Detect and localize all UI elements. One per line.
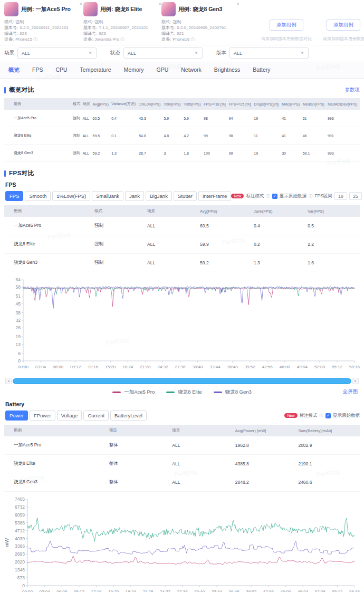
- tab-FPS[interactable]: FPS: [32, 66, 43, 74]
- column-header: FPS>=25 [%]: [228, 98, 253, 110]
- fps-high-input[interactable]: [349, 192, 362, 200]
- overview-params-link[interactable]: 参数项: [345, 87, 360, 93]
- close-icon[interactable]: ×: [79, 1, 82, 7]
- series-line-骁龙8 Elite: [23, 288, 355, 297]
- svg-text:15:20: 15:20: [105, 365, 116, 369]
- series-line-骁龙8 Gen3: [23, 287, 355, 309]
- info-icon: ⓘ: [320, 413, 324, 418]
- svg-text:32: 32: [16, 318, 21, 323]
- metric-button-FPS[interactable]: FPS: [5, 191, 23, 201]
- section-accent-bar: [4, 170, 6, 177]
- table-row[interactable]: 一加Ace5 Pro强制ALL60.50.40.5: [4, 217, 360, 235]
- series-line-一加Ace5 Pro: [27, 556, 355, 564]
- tab-概览[interactable]: 概览: [8, 66, 20, 74]
- legend-item[interactable]: 一加Ace5 Pro: [112, 389, 155, 396]
- metric-button-SmallJank[interactable]: SmallJank: [92, 191, 123, 201]
- metric-button-InterFrame[interactable]: InterFrame: [198, 191, 231, 201]
- filter-select[interactable]: ALL▼: [123, 47, 203, 59]
- table-row[interactable]: 骁龙8 Elite强制ALL59.90.22.2: [4, 235, 360, 254]
- table-row[interactable]: 骁龙8 Gen3整体ALL2848.22460.6: [4, 473, 360, 492]
- svg-text:52:08: 52:08: [314, 365, 325, 369]
- device-case-card: × 用例: 骁龙8 Gen3 模式:强制版本号:5.2.0_20240905_2…: [161, 2, 241, 42]
- tab-GPU[interactable]: GPU: [156, 66, 168, 74]
- case-info-line: 编译号:921: [161, 31, 241, 36]
- tab-Temperature[interactable]: Temperature: [80, 66, 111, 74]
- filter-select[interactable]: ALL▼: [17, 47, 97, 59]
- table-row[interactable]: 一加Ace5 Pro整体ALL1962.82002.9: [4, 436, 360, 455]
- table-row[interactable]: 一加Ace5 Pro强制ALL60.50.443.35.95.998941941…: [4, 110, 360, 127]
- scroll-left-icon[interactable]: ◂: [5, 378, 12, 384]
- close-icon[interactable]: ×: [236, 1, 240, 7]
- legend-label: 骁龙8 Gen3: [225, 389, 252, 396]
- scrollbar-thumb[interactable]: [13, 378, 351, 384]
- metric-button-BigJank[interactable]: BigJank: [146, 191, 172, 201]
- raw-data-label: 显示原始数据: [333, 413, 360, 419]
- column-header: %95(FPS): [183, 98, 203, 110]
- svg-text:36:48: 36:48: [229, 589, 240, 592]
- table-row[interactable]: 骁龙8 Elite强制ALL59.50.154.84.84.2999811414…: [4, 127, 360, 145]
- column-header: 项目: [108, 425, 171, 436]
- filter-bar: 场景 ALL▼状态 ALL▼版本 ALL▼: [0, 45, 364, 62]
- svg-text:09:12: 09:12: [74, 589, 85, 592]
- tab-Memory[interactable]: Memory: [124, 66, 144, 74]
- fps-low-input[interactable]: [334, 192, 347, 200]
- table-row[interactable]: 骁龙8 Gen3强制ALL59.21.31.6: [4, 254, 360, 272]
- case-info-line: 模式:强制: [83, 19, 162, 25]
- annotate-mode-label[interactable]: 标注模式: [246, 193, 264, 199]
- legend-swatch: [112, 392, 121, 393]
- legend-item[interactable]: 骁龙8 Gen3: [214, 389, 252, 396]
- svg-text:4039: 4039: [15, 536, 25, 541]
- svg-text:51: 51: [16, 293, 21, 299]
- fps-chart-controls: New 标注模式 ⓘ ✓ 显示原始数据 ⓘ FPS区间: [231, 192, 362, 200]
- series-line-一加Ace5 Pro: [23, 288, 355, 307]
- column-header: Median(FPS): [302, 98, 327, 110]
- battery-line-chart: 7405673260595386471240393366269320201346…: [3, 495, 364, 592]
- metric-button-Voltage[interactable]: Voltage: [57, 410, 82, 421]
- column-header: 1%Low(FPS): [138, 98, 162, 110]
- device-case-card: × 用例: 骁龙8 Elite 模式:强制版本号:7.1.1_20240907_…: [83, 2, 162, 42]
- tab-Brightness[interactable]: Brightness: [214, 66, 241, 74]
- column-header: %90(FPS): [162, 98, 183, 110]
- metric-button-Jank[interactable]: Jank: [125, 191, 144, 201]
- case-avatar: [161, 2, 176, 16]
- tab-Battery[interactable]: Battery: [253, 66, 270, 74]
- svg-text:33:44: 33:44: [212, 589, 223, 592]
- column-header: MedAbsDev(FPS): [327, 98, 360, 110]
- table-row[interactable]: 骁龙8 Elite整体ALL4385.82190.1: [4, 455, 360, 473]
- add-case-button[interactable]: 添加用例: [327, 20, 360, 31]
- battery-subtitle: Battery: [5, 401, 360, 407]
- svg-text:21:28: 21:28: [142, 589, 154, 592]
- metric-button-Smooth[interactable]: Smooth: [25, 191, 51, 201]
- case-avatar: [83, 2, 98, 16]
- svg-text:6: 6: [18, 351, 21, 356]
- metric-button-Current[interactable]: Current: [83, 410, 109, 421]
- svg-text:00:00: 00:00: [18, 365, 29, 369]
- add-case-button[interactable]: 添加用例: [270, 20, 303, 31]
- svg-text:00:00: 00:00: [22, 589, 33, 592]
- new-badge: New: [284, 413, 297, 418]
- annotate-mode-label[interactable]: 标注模式: [300, 413, 318, 419]
- tab-CPU[interactable]: CPU: [55, 66, 67, 74]
- scroll-right-icon[interactable]: ▸: [352, 378, 359, 384]
- info-icon: ⓘ: [309, 194, 313, 199]
- tab-Network[interactable]: Network: [181, 66, 202, 74]
- metric-button-BatteryLevel[interactable]: BatteryLevel: [110, 410, 147, 421]
- raw-data-checkbox[interactable]: ✓: [325, 413, 331, 418]
- raw-data-checkbox[interactable]: ✓: [272, 194, 277, 199]
- metric-button-1%Low(FPS)[interactable]: 1%Low(FPS): [52, 191, 90, 201]
- svg-text:38: 38: [16, 310, 21, 316]
- legend-item[interactable]: 骁龙8 Elite: [166, 389, 202, 396]
- filter-select[interactable]: ALL▼: [229, 47, 309, 59]
- filter-label: 场景: [4, 50, 14, 56]
- column-header: 模式: [72, 98, 82, 110]
- fullscreen-link[interactable]: 全屏图: [343, 388, 358, 395]
- svg-text:18:24: 18:24: [122, 365, 133, 369]
- fps-legend: 一加Ace5 Pro 骁龙8 Elite 骁龙8 Gen3全屏图: [0, 387, 364, 397]
- table-row[interactable]: 骁龙8 Gen3强制ALL59.21.328.731.810099193059.…: [4, 145, 360, 162]
- metric-button-Stutter[interactable]: Stutter: [174, 191, 197, 201]
- metric-button-Power[interactable]: Power: [5, 410, 28, 421]
- column-header: 场景: [170, 425, 234, 436]
- legend-swatch: [214, 392, 222, 393]
- metric-button-FPower[interactable]: FPower: [30, 410, 55, 421]
- battery-chart-controls: New 标注模式 ⓘ ✓ 显示原始数据: [284, 413, 360, 419]
